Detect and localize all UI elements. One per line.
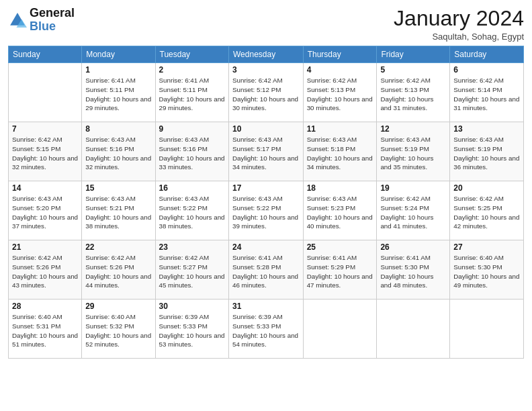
table-row: 7Sunrise: 6:42 AM Sunset: 5:15 PM Daylig… — [9, 122, 82, 181]
calendar-week-row: 14Sunrise: 6:43 AM Sunset: 5:20 PM Dayli… — [9, 181, 524, 240]
table-row: 1Sunrise: 6:41 AM Sunset: 5:11 PM Daylig… — [82, 63, 155, 122]
day-number: 31 — [232, 302, 300, 311]
day-number: 9 — [159, 124, 226, 134]
logo-icon — [8, 11, 27, 30]
day-number: 14 — [12, 183, 78, 193]
table-row — [303, 300, 377, 359]
col-monday: Monday — [82, 46, 155, 63]
table-row: 20Sunrise: 6:42 AM Sunset: 5:25 PM Dayli… — [450, 181, 524, 240]
table-row: 14Sunrise: 6:43 AM Sunset: 5:20 PM Dayli… — [9, 181, 82, 240]
day-number: 18 — [307, 183, 373, 193]
calendar-week-row: 7Sunrise: 6:42 AM Sunset: 5:15 PM Daylig… — [9, 122, 524, 181]
day-number: 23 — [159, 242, 226, 252]
day-info: Sunrise: 6:40 AM Sunset: 5:31 PM Dayligh… — [12, 312, 78, 349]
table-row: 31Sunrise: 6:39 AM Sunset: 5:33 PM Dayli… — [229, 300, 304, 359]
title-area: January 2024 Saqultah, Sohag, Egypt — [394, 7, 524, 42]
day-info: Sunrise: 6:43 AM Sunset: 5:17 PM Dayligh… — [232, 135, 300, 172]
day-number: 1 — [85, 65, 151, 75]
table-row: 10Sunrise: 6:43 AM Sunset: 5:17 PM Dayli… — [229, 122, 304, 181]
calendar-week-row: 21Sunrise: 6:42 AM Sunset: 5:26 PM Dayli… — [9, 240, 524, 300]
day-number: 21 — [12, 242, 78, 252]
day-number: 24 — [232, 242, 300, 252]
day-info: Sunrise: 6:43 AM Sunset: 5:22 PM Dayligh… — [232, 194, 300, 231]
col-tuesday: Tuesday — [155, 46, 229, 63]
table-row: 18Sunrise: 6:43 AM Sunset: 5:23 PM Dayli… — [303, 181, 377, 240]
logo-text: General Blue — [30, 7, 75, 34]
day-number: 6 — [453, 65, 520, 75]
table-row — [450, 300, 524, 359]
day-number: 3 — [232, 65, 300, 75]
table-row: 8Sunrise: 6:43 AM Sunset: 5:16 PM Daylig… — [82, 122, 155, 181]
day-info: Sunrise: 6:42 AM Sunset: 5:13 PM Dayligh… — [307, 76, 373, 113]
location: Saqultah, Sohag, Egypt — [394, 32, 524, 42]
day-info: Sunrise: 6:43 AM Sunset: 5:23 PM Dayligh… — [307, 194, 373, 231]
table-row: 15Sunrise: 6:43 AM Sunset: 5:21 PM Dayli… — [82, 181, 155, 240]
day-number: 2 — [159, 65, 226, 75]
day-info: Sunrise: 6:42 AM Sunset: 5:27 PM Dayligh… — [159, 253, 226, 290]
col-friday: Friday — [377, 46, 450, 63]
day-number: 30 — [159, 302, 226, 311]
calendar-week-row: 1Sunrise: 6:41 AM Sunset: 5:11 PM Daylig… — [9, 63, 524, 122]
day-info: Sunrise: 6:42 AM Sunset: 5:26 PM Dayligh… — [12, 253, 78, 290]
day-info: Sunrise: 6:42 AM Sunset: 5:14 PM Dayligh… — [453, 76, 520, 113]
table-row: 9Sunrise: 6:43 AM Sunset: 5:16 PM Daylig… — [155, 122, 229, 181]
day-info: Sunrise: 6:41 AM Sunset: 5:11 PM Dayligh… — [85, 76, 151, 113]
table-row: 19Sunrise: 6:42 AM Sunset: 5:24 PM Dayli… — [377, 181, 450, 240]
day-info: Sunrise: 6:43 AM Sunset: 5:16 PM Dayligh… — [85, 135, 151, 172]
table-row: 2Sunrise: 6:41 AM Sunset: 5:11 PM Daylig… — [155, 63, 229, 122]
table-row: 28Sunrise: 6:40 AM Sunset: 5:31 PM Dayli… — [9, 300, 82, 359]
table-row: 22Sunrise: 6:42 AM Sunset: 5:26 PM Dayli… — [82, 240, 155, 300]
day-info: Sunrise: 6:41 AM Sunset: 5:30 PM Dayligh… — [380, 253, 446, 290]
day-number: 16 — [159, 183, 226, 193]
calendar-header-row: Sunday Monday Tuesday Wednesday Thursday… — [9, 46, 524, 63]
table-row: 29Sunrise: 6:40 AM Sunset: 5:32 PM Dayli… — [82, 300, 155, 359]
day-number: 8 — [85, 124, 151, 134]
day-info: Sunrise: 6:40 AM Sunset: 5:32 PM Dayligh… — [85, 312, 151, 349]
page: General Blue January 2024 Saqultah, Soha… — [0, 0, 532, 411]
table-row: 11Sunrise: 6:43 AM Sunset: 5:18 PM Dayli… — [303, 122, 377, 181]
day-number: 12 — [380, 124, 446, 134]
day-number: 29 — [85, 302, 151, 311]
table-row: 16Sunrise: 6:43 AM Sunset: 5:22 PM Dayli… — [155, 181, 229, 240]
day-number: 28 — [12, 302, 78, 311]
day-info: Sunrise: 6:42 AM Sunset: 5:12 PM Dayligh… — [232, 76, 300, 113]
logo: General Blue — [8, 7, 75, 34]
day-number: 10 — [232, 124, 300, 134]
month-title: January 2024 — [394, 7, 524, 30]
day-info: Sunrise: 6:42 AM Sunset: 5:24 PM Dayligh… — [380, 194, 446, 231]
table-row: 5Sunrise: 6:42 AM Sunset: 5:13 PM Daylig… — [377, 63, 450, 122]
day-number: 15 — [85, 183, 151, 193]
calendar-week-row: 28Sunrise: 6:40 AM Sunset: 5:31 PM Dayli… — [9, 300, 524, 359]
table-row — [9, 63, 82, 122]
day-info: Sunrise: 6:39 AM Sunset: 5:33 PM Dayligh… — [159, 312, 226, 349]
col-sunday: Sunday — [9, 46, 82, 63]
logo-blue: Blue — [30, 19, 56, 33]
table-row: 12Sunrise: 6:43 AM Sunset: 5:19 PM Dayli… — [377, 122, 450, 181]
day-info: Sunrise: 6:41 AM Sunset: 5:28 PM Dayligh… — [232, 253, 300, 290]
table-row: 4Sunrise: 6:42 AM Sunset: 5:13 PM Daylig… — [303, 63, 377, 122]
day-number: 5 — [380, 65, 446, 75]
col-saturday: Saturday — [450, 46, 524, 63]
header: General Blue January 2024 Saqultah, Soha… — [8, 7, 524, 42]
calendar-table: Sunday Monday Tuesday Wednesday Thursday… — [8, 46, 524, 359]
day-info: Sunrise: 6:43 AM Sunset: 5:22 PM Dayligh… — [159, 194, 226, 231]
table-row: 30Sunrise: 6:39 AM Sunset: 5:33 PM Dayli… — [155, 300, 229, 359]
day-info: Sunrise: 6:43 AM Sunset: 5:18 PM Dayligh… — [307, 135, 373, 172]
table-row: 24Sunrise: 6:41 AM Sunset: 5:28 PM Dayli… — [229, 240, 304, 300]
day-number: 13 — [453, 124, 520, 134]
day-number: 27 — [453, 242, 520, 252]
day-info: Sunrise: 6:43 AM Sunset: 5:16 PM Dayligh… — [159, 135, 226, 172]
table-row: 3Sunrise: 6:42 AM Sunset: 5:12 PM Daylig… — [229, 63, 304, 122]
table-row — [377, 300, 450, 359]
day-info: Sunrise: 6:43 AM Sunset: 5:19 PM Dayligh… — [380, 135, 446, 172]
day-info: Sunrise: 6:39 AM Sunset: 5:33 PM Dayligh… — [232, 312, 300, 349]
table-row: 21Sunrise: 6:42 AM Sunset: 5:26 PM Dayli… — [9, 240, 82, 300]
day-number: 11 — [307, 124, 373, 134]
day-number: 7 — [12, 124, 78, 134]
day-info: Sunrise: 6:41 AM Sunset: 5:11 PM Dayligh… — [159, 76, 226, 113]
day-info: Sunrise: 6:43 AM Sunset: 5:21 PM Dayligh… — [85, 194, 151, 231]
table-row: 26Sunrise: 6:41 AM Sunset: 5:30 PM Dayli… — [377, 240, 450, 300]
table-row: 27Sunrise: 6:40 AM Sunset: 5:30 PM Dayli… — [450, 240, 524, 300]
col-wednesday: Wednesday — [229, 46, 304, 63]
table-row: 17Sunrise: 6:43 AM Sunset: 5:22 PM Dayli… — [229, 181, 304, 240]
